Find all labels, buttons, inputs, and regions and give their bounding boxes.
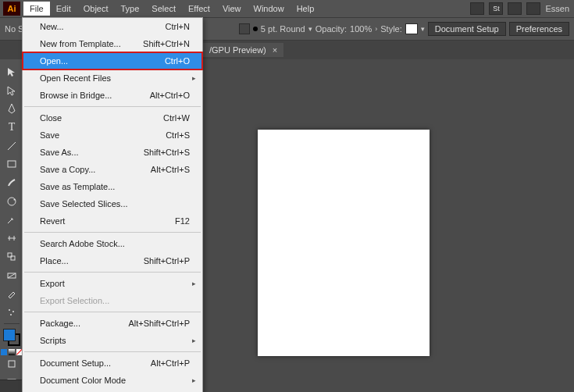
app-logo: Ai [3, 2, 20, 16]
gradient-tool-icon[interactable] [2, 266, 22, 285]
menu-help[interactable]: Help [291, 2, 321, 16]
submenu-arrow-icon: ▸ [192, 374, 196, 387]
stroke-label[interactable]: 5 pt. Round [261, 24, 305, 34]
selection-tool-icon[interactable] [2, 62, 22, 81]
menu-item-shortcut: Ctrl+W [163, 112, 190, 124]
stock-icon[interactable]: St [489, 2, 503, 15]
menu-divider [24, 312, 201, 312]
menu-item-label: Save [40, 129, 59, 141]
opacity-value[interactable]: 100% [350, 24, 372, 34]
menu-item-save[interactable]: SaveCtrl+S [23, 127, 202, 144]
tab-title: /GPU Preview) [209, 45, 266, 55]
menu-item-place[interactable]: Place...Shift+Ctrl+P [23, 252, 202, 269]
width-tool-icon[interactable] [2, 229, 22, 248]
menu-item-file-info[interactable]: File Info...Alt+Shift+Ctrl+I [23, 389, 202, 392]
menu-item-new-from-template[interactable]: New from Template...Shift+Ctrl+N [23, 35, 202, 52]
stroke-dot-icon [253, 27, 258, 31]
menu-item-shortcut: Ctrl+S [166, 129, 190, 141]
menu-edit[interactable]: Edit [50, 2, 77, 16]
menu-item-label: Browse in Bridge... [40, 89, 112, 102]
opacity-label: Opacity: [316, 24, 347, 34]
menu-object[interactable]: Object [77, 2, 115, 16]
svg-rect-10 [9, 361, 15, 367]
draw-mode-icon[interactable] [2, 355, 22, 374]
menu-item-shortcut: F12 [175, 215, 190, 227]
svg-point-9 [10, 314, 12, 315]
gpu-icon[interactable] [526, 2, 540, 15]
document-setup-button[interactable]: Document Setup [428, 22, 506, 36]
menu-item-new[interactable]: New...Ctrl+N [23, 18, 202, 35]
menu-item-label: Document Color Mode [40, 374, 126, 387]
menu-item-label: New from Template... [40, 37, 121, 50]
menu-item-export-selection: Export Selection... [23, 292, 202, 309]
menu-select[interactable]: Select [145, 2, 182, 16]
document-tab[interactable]: /GPU Preview) × [203, 43, 283, 57]
menu-item-scripts[interactable]: Scripts▸ [23, 332, 202, 349]
dropdown-icon[interactable]: ▾ [421, 25, 425, 33]
direct-selection-tool-icon[interactable] [2, 81, 22, 100]
menu-item-save-as-template[interactable]: Save as Template... [23, 178, 202, 195]
menubar-right: St Essen [470, 2, 574, 15]
menu-file[interactable]: File [23, 2, 50, 16]
menu-item-label: Document Setup... [40, 357, 111, 369]
menu-item-export[interactable]: Export▸ [23, 275, 202, 292]
menu-item-shortcut: Alt+Ctrl+O [150, 89, 190, 102]
menu-item-document-color-mode[interactable]: Document Color Mode▸ [23, 372, 202, 389]
menu-item-label: Place... [40, 255, 69, 267]
menu-item-save-a-copy[interactable]: Save a Copy...Alt+Ctrl+S [23, 161, 202, 178]
svg-line-0 [8, 142, 16, 150]
workspace-label[interactable]: Essen [545, 4, 569, 13]
rectangle-tool-icon[interactable] [2, 155, 22, 174]
svg-line-6 [8, 273, 16, 278]
menu-item-shortcut: Alt+Shift+Ctrl+P [128, 317, 190, 330]
paintbrush-tool-icon[interactable] [2, 173, 22, 192]
scale-tool-icon[interactable] [2, 211, 22, 230]
menu-item-open-recent-files[interactable]: Open Recent Files▸ [23, 69, 202, 87]
menu-window[interactable]: Window [248, 2, 291, 16]
submenu-arrow-icon: ▸ [192, 277, 196, 290]
menu-item-save-as[interactable]: Save As...Shift+Ctrl+S [23, 144, 202, 161]
color-mode-icons[interactable] [1, 349, 23, 355]
arrange-icon[interactable] [508, 2, 522, 15]
menu-type[interactable]: Type [115, 2, 146, 16]
eyedropper-tool-icon[interactable] [2, 284, 22, 303]
menu-item-browse-in-bridge[interactable]: Browse in Bridge...Alt+Ctrl+O [23, 87, 202, 104]
menu-item-close[interactable]: CloseCtrl+W [23, 109, 202, 127]
chevron-right-icon[interactable]: › [375, 25, 377, 33]
type-tool-icon[interactable]: T [2, 118, 22, 137]
menu-item-label: Close [40, 112, 62, 124]
menu-item-open[interactable]: Open...Ctrl+O [23, 52, 202, 69]
menu-item-label: Revert [40, 215, 65, 227]
menu-item-document-setup[interactable]: Document Setup...Alt+Ctrl+P [23, 355, 202, 372]
shape-builder-tool-icon[interactable] [2, 248, 22, 266]
menu-item-package[interactable]: Package...Alt+Shift+Ctrl+P [23, 315, 202, 332]
menu-item-search-adobe-stock[interactable]: Search Adobe Stock... [23, 235, 202, 252]
menu-item-shortcut: Ctrl+O [165, 55, 190, 67]
style-swatch[interactable] [405, 23, 418, 34]
pen-tool-icon[interactable] [2, 99, 22, 118]
close-icon[interactable]: × [273, 45, 277, 55]
menu-item-save-selected-slices[interactable]: Save Selected Slices... [23, 195, 202, 212]
preferences-button[interactable]: Preferences [509, 22, 569, 36]
menu-effect[interactable]: Effect [182, 2, 216, 16]
rotate-tool-icon[interactable] [2, 192, 22, 211]
style-label: Style: [380, 24, 402, 34]
menu-divider [24, 232, 201, 233]
menu-item-label: Open Recent Files [40, 72, 111, 84]
menu-divider [24, 272, 201, 273]
menubar: Ai File Edit Object Type Select Effect V… [0, 0, 574, 17]
layout-icon[interactable] [470, 2, 484, 15]
menu-view[interactable]: View [216, 2, 248, 16]
menu-item-label: Export [40, 277, 65, 290]
line-tool-icon[interactable] [2, 137, 22, 155]
svg-point-7 [9, 309, 10, 311]
dropdown-icon[interactable]: ▾ [308, 25, 312, 33]
symbol-sprayer-icon[interactable] [2, 303, 22, 322]
menu-item-revert[interactable]: RevertF12 [23, 212, 202, 230]
brush-icon[interactable] [239, 23, 250, 34]
menu-item-shortcut: Shift+Ctrl+P [144, 255, 190, 267]
artboard[interactable] [258, 130, 430, 356]
fill-stroke-control[interactable] [3, 329, 20, 346]
fill-swatch[interactable] [3, 329, 16, 341]
svg-point-8 [12, 311, 14, 312]
